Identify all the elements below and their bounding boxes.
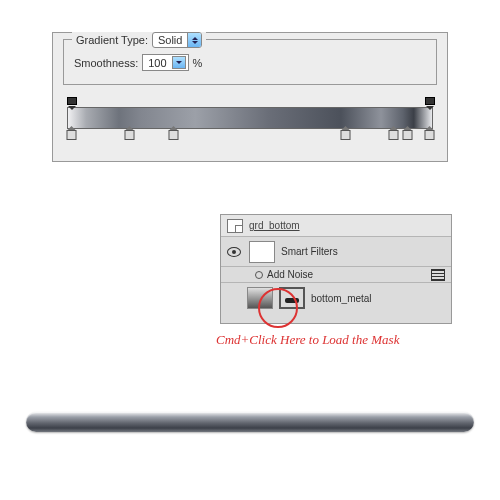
smoothness-value: 100 [148, 57, 166, 69]
layer-group-header[interactable]: grd_bottom [221, 215, 451, 237]
color-stop[interactable] [125, 129, 134, 141]
layers-panel: grd_bottom Smart Filters Add Noise botto… [220, 214, 452, 324]
gradient-type-value: Solid [158, 34, 182, 46]
smart-filter-mask-thumb[interactable] [249, 241, 275, 263]
smart-object-icon [227, 219, 243, 233]
layer-mask-thumbnail[interactable] [279, 287, 305, 309]
gradient-type-label: Gradient Type: [76, 34, 148, 46]
layer-thumbnail[interactable] [247, 287, 273, 309]
color-stop[interactable] [341, 129, 350, 141]
smart-filters-label: Smart Filters [281, 246, 338, 257]
filter-visibility-icon[interactable] [255, 271, 263, 279]
color-stop[interactable] [66, 129, 75, 141]
smoothness-label: Smoothness: [74, 57, 138, 69]
gradient-type-select[interactable]: Solid [152, 32, 202, 48]
filter-name: Add Noise [267, 269, 313, 280]
color-stop[interactable] [388, 129, 397, 141]
gradient-editor-panel: Gradient Type: Solid Smoothness: 100 % [52, 32, 448, 162]
dropdown-arrow-icon[interactable] [172, 56, 186, 69]
layer-row[interactable]: bottom_metal [221, 283, 451, 313]
gradient-bar-area [67, 97, 433, 147]
rendered-result-bar [26, 412, 474, 432]
color-stop[interactable] [403, 129, 412, 141]
gradient-preview-bar[interactable] [67, 107, 433, 129]
opacity-stop[interactable] [67, 97, 75, 107]
callout-text: Cmd+Click Here to Load the Mask [216, 332, 399, 348]
smoothness-input[interactable]: 100 [142, 54, 188, 71]
layer-name: bottom_metal [311, 293, 372, 304]
opacity-stops-track[interactable] [67, 97, 433, 107]
color-stops-track[interactable] [67, 129, 433, 141]
filter-entry-row[interactable]: Add Noise [221, 267, 451, 283]
gradient-fieldset: Gradient Type: Solid Smoothness: 100 % [63, 39, 437, 85]
smart-filters-row[interactable]: Smart Filters [221, 237, 451, 267]
dropdown-stepper-icon[interactable] [187, 33, 201, 47]
color-stop[interactable] [169, 129, 178, 141]
smoothness-unit: % [193, 57, 203, 69]
visibility-eye-icon[interactable] [227, 247, 241, 257]
opacity-stop[interactable] [425, 97, 433, 107]
gradient-type-legend: Gradient Type: Solid [72, 32, 206, 48]
layer-group-name: grd_bottom [249, 220, 300, 231]
smoothness-row: Smoothness: 100 % [74, 54, 202, 71]
filter-options-icon[interactable] [431, 269, 445, 281]
color-stop[interactable] [425, 129, 434, 141]
